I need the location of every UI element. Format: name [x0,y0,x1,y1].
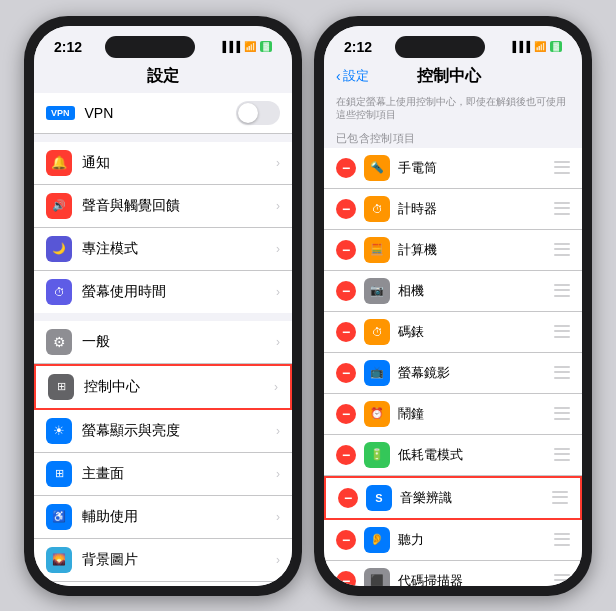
minus-screenmirror[interactable]: − [336,363,356,383]
wallpaper-label: 背景圖片 [82,551,276,569]
minus-camera[interactable]: − [336,281,356,301]
controlcenter-item[interactable]: ⊞ 控制中心 › [34,364,292,410]
focus-item[interactable]: 🌙 專注模式 › [34,228,292,271]
timer-label: 計時器 [398,200,554,218]
chevron-icon: › [276,242,280,256]
vpn-badge: VPN [46,106,75,120]
drag-handle[interactable] [554,324,570,340]
hint-text: 在鎖定螢幕上使用控制中心，即使在解鎖後也可使用這些控制項目 [324,93,582,125]
controlcenter-icon: ⊞ [48,374,74,400]
sound-label: 聲音與觸覺回饋 [82,197,276,215]
chevron-icon: › [276,335,280,349]
right-screen: 2:12 ▐▐▐ 📶 ▓ ‹ 設定 控制中心 在鎖定螢幕上使用控制中心，即使在解… [324,26,582,586]
settings-list-left[interactable]: VPN VPN 🔔 通知 › 🔊 聲音與觸覺回饋 › [34,93,292,586]
calculator-icon: 🧮 [364,237,390,263]
cc-screenmirror[interactable]: − 📺 螢幕鏡影 [324,353,582,394]
status-bar-right: 2:12 ▐▐▐ 📶 ▓ [324,26,582,62]
cc-list[interactable]: 已包含控制項目 − 🔦 手電筒 − ⏱ 計時器 [324,125,582,586]
minus-timer[interactable]: − [336,199,356,219]
homescreen-icon: ⊞ [46,461,72,487]
minus-shazam[interactable]: − [338,488,358,508]
drag-handle[interactable] [554,201,570,217]
time-right: 2:12 [344,39,372,55]
right-page-title: 控制中心 [369,66,530,87]
time-left: 2:12 [54,39,82,55]
homescreen-item[interactable]: ⊞ 主畫面 › [34,453,292,496]
chevron-icon: › [276,553,280,567]
cc-shazam[interactable]: − S 音樂辨識 [324,476,582,520]
status-icons-left: ▐▐▐ 📶 ▓ [219,41,272,52]
sound-item[interactable]: 🔊 聲音與觸覺回饋 › [34,185,292,228]
shazam-label: 音樂辨識 [400,489,552,507]
chevron-icon: › [276,156,280,170]
back-button[interactable]: ‹ 設定 [336,67,369,85]
drag-handle[interactable] [554,160,570,176]
cc-flashlight[interactable]: − 🔦 手電筒 [324,148,582,189]
drag-handle[interactable] [554,532,570,548]
drag-handle[interactable] [554,406,570,422]
qrcode-label: 碼錶 [398,323,554,341]
hearing-icon: 👂 [364,527,390,553]
minus-qrscan[interactable]: − [336,571,356,586]
right-phone: 2:12 ▐▐▐ 📶 ▓ ‹ 設定 控制中心 在鎖定螢幕上使用控制中心，即使在解… [314,16,592,596]
minus-flashlight[interactable]: − [336,158,356,178]
wifi-icon: 📶 [244,41,256,52]
cc-camera[interactable]: − 📷 相機 [324,271,582,312]
drag-handle[interactable] [552,490,568,506]
signal-icon: ▐▐▐ [219,41,240,52]
vpn-item[interactable]: VPN VPN [34,93,292,133]
status-bar-left: 2:12 ▐▐▐ 📶 ▓ [34,26,292,62]
siri-item[interactable]: 🎙 Siri與搜尋 › [34,582,292,586]
homescreen-label: 主畫面 [82,465,276,483]
flashlight-label: 手電筒 [398,159,554,177]
general-label: 一般 [82,333,276,351]
drag-handle[interactable] [554,365,570,381]
cc-hearing[interactable]: − 👂 聽力 [324,520,582,561]
nav-header-right: ‹ 設定 控制中心 [324,62,582,93]
alarm-icon: ⏰ [364,401,390,427]
wallpaper-icon: 🌄 [46,547,72,573]
qrcode-icon: ⏱ [364,319,390,345]
back-label: 設定 [343,67,369,85]
qrscan-icon: ⬛ [364,568,390,586]
wallpaper-item[interactable]: 🌄 背景圖片 › [34,539,292,582]
left-phone: 2:12 ▐▐▐ 📶 ▓ 設定 VPN VPN [24,16,302,596]
minus-calculator[interactable]: − [336,240,356,260]
screentime-item[interactable]: ⏱ 螢幕使用時間 › [34,271,292,313]
status-icons-right: ▐▐▐ 📶 ▓ [509,41,562,52]
camera-label: 相機 [398,282,554,300]
drag-handle[interactable] [554,573,570,586]
cc-calculator[interactable]: − 🧮 計算機 [324,230,582,271]
drag-handle[interactable] [554,447,570,463]
cc-lowpower[interactable]: − 🔋 低耗電模式 [324,435,582,476]
screenmirror-label: 螢幕鏡影 [398,364,554,382]
notification-item[interactable]: 🔔 通知 › [34,142,292,185]
focus-icon: 🌙 [46,236,72,262]
accessibility-item[interactable]: ♿ 輔助使用 › [34,496,292,539]
signal-icon: ▐▐▐ [509,41,530,52]
timer-icon: ⏱ [364,196,390,222]
drag-handle[interactable] [554,242,570,258]
left-screen: 2:12 ▐▐▐ 📶 ▓ 設定 VPN VPN [34,26,292,586]
wifi-icon: 📶 [534,41,546,52]
display-item[interactable]: ☀ 螢幕顯示與亮度 › [34,410,292,453]
minus-hearing[interactable]: − [336,530,356,550]
display-label: 螢幕顯示與亮度 [82,422,276,440]
controlcenter-label: 控制中心 [84,378,274,396]
drag-handle[interactable] [554,283,570,299]
hearing-label: 聽力 [398,531,554,549]
minus-lowpower[interactable]: − [336,445,356,465]
cc-timer[interactable]: − ⏱ 計時器 [324,189,582,230]
minus-qrcode[interactable]: − [336,322,356,342]
chevron-icon: › [276,510,280,524]
calculator-label: 計算機 [398,241,554,259]
cc-qrscan[interactable]: − ⬛ 代碼掃描器 [324,561,582,586]
chevron-icon: › [276,199,280,213]
screenmirror-icon: 📺 [364,360,390,386]
battery-icon: ▓ [550,41,562,52]
minus-alarm[interactable]: − [336,404,356,424]
vpn-toggle[interactable] [236,101,280,125]
cc-alarm[interactable]: − ⏰ 鬧鐘 [324,394,582,435]
general-item[interactable]: ⚙ 一般 › [34,321,292,364]
cc-qrcode[interactable]: − ⏱ 碼錶 [324,312,582,353]
